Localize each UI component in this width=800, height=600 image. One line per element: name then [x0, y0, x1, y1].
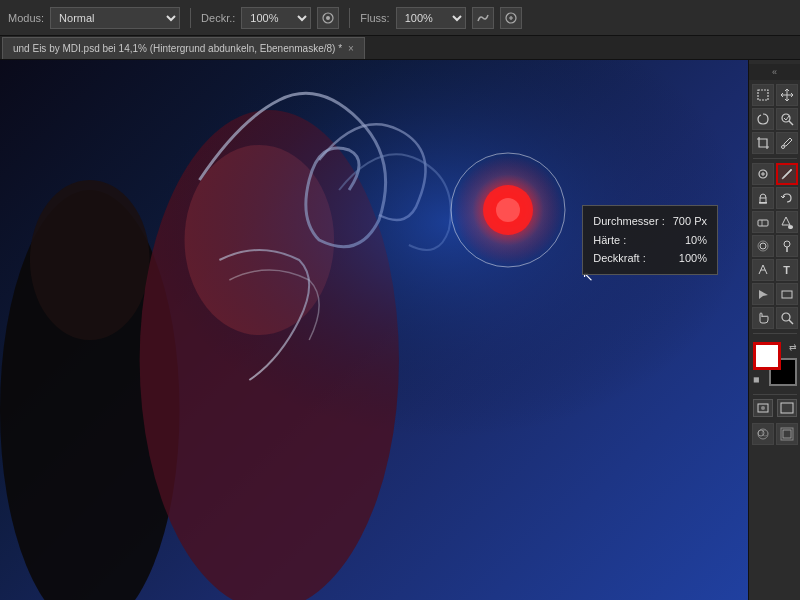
- svg-point-33: [762, 430, 768, 436]
- healing-tools-row: [752, 163, 798, 185]
- tab-close-btn[interactable]: ×: [348, 43, 354, 54]
- deckraft-select[interactable]: 100% 75% 50%: [241, 7, 311, 29]
- canvas-area[interactable]: ↖ Durchmesser : 700 Px Härte : 10% Deckk…: [0, 60, 748, 600]
- shape-tool-btn[interactable]: [776, 283, 798, 305]
- stamp-tools-row: [752, 187, 798, 209]
- screen-mode-btn[interactable]: [777, 399, 797, 417]
- painting-background: [0, 60, 748, 600]
- svg-point-22: [760, 243, 766, 249]
- crop-tool-btn[interactable]: [752, 132, 774, 154]
- hand-tool-btn[interactable]: [752, 307, 774, 329]
- top-toolbar: Modus: Normal Auflösen Abdunkeln Multipl…: [0, 0, 800, 36]
- airbrush-toggle-btn[interactable]: [317, 7, 339, 29]
- zoom-tool-btn[interactable]: [776, 307, 798, 329]
- svg-rect-25: [782, 291, 792, 298]
- path-select-btn[interactable]: [752, 283, 774, 305]
- brush-preview-circle: [448, 150, 568, 270]
- svg-rect-18: [759, 202, 767, 204]
- svg-point-26: [782, 313, 790, 321]
- smoothing-btn[interactable]: [472, 7, 494, 29]
- svg-line-27: [789, 320, 793, 324]
- tools-panel: «: [748, 60, 800, 600]
- quickselect-tool-btn[interactable]: [776, 108, 798, 130]
- svg-point-29: [761, 406, 765, 410]
- tool-separator-2: [753, 333, 797, 334]
- tool-separator-3: [753, 394, 797, 395]
- svg-rect-19: [758, 220, 768, 226]
- channels-btn[interactable]: [752, 423, 774, 445]
- svg-point-10: [496, 198, 520, 222]
- eraser-tool-btn[interactable]: [752, 211, 774, 233]
- bottom-panel-row: [752, 423, 798, 445]
- svg-point-1: [326, 16, 330, 20]
- deckraft-label: Deckr.:: [201, 12, 235, 24]
- lasso-tools-row: [752, 108, 798, 130]
- svg-point-15: [781, 146, 784, 149]
- separator-2: [349, 8, 350, 28]
- swap-colors-btn[interactable]: ⇄: [789, 342, 797, 352]
- dodge-tool-btn[interactable]: [776, 235, 798, 257]
- blur-tool-btn[interactable]: [752, 235, 774, 257]
- tab-title: und Eis by MDI.psd bei 14,1% (Hintergrun…: [13, 43, 342, 54]
- move-tool-btn[interactable]: [776, 84, 798, 106]
- separator-1: [190, 8, 191, 28]
- selection-tools-row: [752, 84, 798, 106]
- lasso-tool-btn[interactable]: [752, 108, 774, 130]
- blur-tools-row: [752, 235, 798, 257]
- crop-tools-row: [752, 132, 798, 154]
- panel-collapse-btn[interactable]: «: [749, 64, 800, 80]
- tool-separator-1: [753, 158, 797, 159]
- brush-tool-btn highlighted[interactable]: [776, 163, 798, 185]
- tab-bar: und Eis by MDI.psd bei 14,1% (Hintergrun…: [0, 36, 800, 60]
- tooltip-diameter-label: Durchmesser :: [593, 212, 665, 231]
- document-tab[interactable]: und Eis by MDI.psd bei 14,1% (Hintergrun…: [2, 37, 365, 59]
- eraser-tools-row: [752, 211, 798, 233]
- spot-healing-btn[interactable]: [752, 163, 774, 185]
- tooltip-hardness-value: 10%: [685, 231, 707, 250]
- fluss-label: Fluss:: [360, 12, 389, 24]
- quick-mask-btn[interactable]: [753, 399, 773, 417]
- tooltip-opacity-label: Deckkraft :: [593, 249, 646, 268]
- svg-rect-30: [781, 403, 793, 413]
- svg-line-14: [789, 121, 793, 125]
- hand-tools-row: [752, 307, 798, 329]
- tooltip-diameter-value: 700 Px: [673, 212, 707, 231]
- fluss-select[interactable]: 100% 75% 50%: [396, 7, 466, 29]
- screen-layout-btn[interactable]: [776, 423, 798, 445]
- brush-tooltip: Durchmesser : 700 Px Härte : 10% Deckkra…: [582, 205, 718, 275]
- modus-select[interactable]: Normal Auflösen Abdunkeln Multiplizieren…: [50, 7, 180, 29]
- color-swatches: ⇄ ◼: [753, 342, 797, 386]
- fill-tool-btn[interactable]: [776, 211, 798, 233]
- modus-label: Modus:: [8, 12, 44, 24]
- eyedropper-tool-btn[interactable]: [776, 132, 798, 154]
- pen-tool-btn[interactable]: [752, 259, 774, 281]
- text-tool-btn[interactable]: T: [776, 259, 798, 281]
- path-tools-row: [752, 283, 798, 305]
- history-brush-btn[interactable]: [776, 187, 798, 209]
- svg-rect-12: [758, 90, 768, 100]
- marquee-tool-btn[interactable]: [752, 84, 774, 106]
- extra-settings-btn[interactable]: [500, 7, 522, 29]
- svg-point-23: [784, 241, 790, 247]
- main-area: ↖ Durchmesser : 700 Px Härte : 10% Deckk…: [0, 60, 800, 600]
- svg-rect-35: [783, 430, 791, 438]
- tooltip-hardness-label: Härte :: [593, 231, 626, 250]
- tooltip-opacity-value: 100%: [679, 249, 707, 268]
- foreground-color-swatch[interactable]: [753, 342, 781, 370]
- pen-tools-row: T: [752, 259, 798, 281]
- screen-mode-buttons: [753, 399, 797, 417]
- svg-point-13: [782, 114, 790, 122]
- default-colors-btn[interactable]: ◼: [753, 375, 760, 384]
- stamp-tool-btn[interactable]: [752, 187, 774, 209]
